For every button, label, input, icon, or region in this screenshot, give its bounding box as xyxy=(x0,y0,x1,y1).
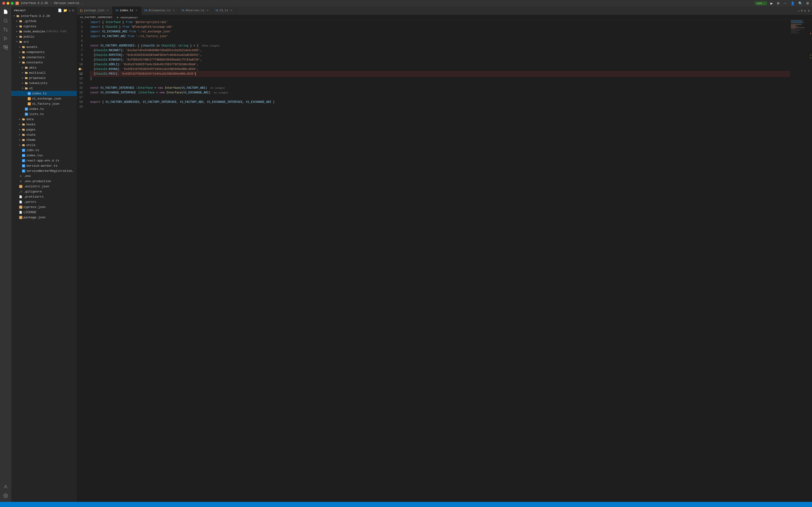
tree-chevron-interface-root[interactable]: ▾ xyxy=(12,14,16,18)
activity-accounts[interactable] xyxy=(1,483,10,491)
sidebar-new-folder-icon[interactable]: 📁 xyxy=(63,8,67,12)
sidebar-item-lists-ts[interactable]: ▸TSlists.ts xyxy=(11,111,77,117)
sidebar-item-assets[interactable]: ▸assets xyxy=(11,44,77,50)
activity-extensions[interactable] xyxy=(1,43,10,52)
code-editor[interactable]: import { Interface } from '@ethersprojec… xyxy=(88,20,790,502)
sidebar-item-license[interactable]: ▸📄LICENSE xyxy=(11,210,77,215)
sidebar-item-constants-index-ts[interactable]: ▸TSindex.ts xyxy=(11,106,77,111)
token: : xyxy=(136,91,139,95)
tree-chevron-connectors[interactable]: ▸ xyxy=(18,55,21,59)
sidebar-item-i18n[interactable]: ▸TSi18n.ts xyxy=(11,148,77,153)
tree-chevron-node_modules[interactable]: ▸ xyxy=(15,30,19,33)
search-button[interactable]: 🔍 xyxy=(798,1,803,6)
tree-chevron-src[interactable]: ▾ xyxy=(15,40,19,44)
sidebar-item-env-prod[interactable]: ▸⚙.env.production xyxy=(11,179,77,184)
sidebar-item-service-worker-reg[interactable]: ▸TSserviceWorkerRegistration.ts xyxy=(11,168,77,173)
tree-chevron-data[interactable]: ▸ xyxy=(18,117,21,121)
tree-chevron-theme[interactable]: ▸ xyxy=(18,138,21,142)
sidebar-item-cypress-json[interactable]: ▸{}cypress.json xyxy=(11,205,77,210)
version-control[interactable]: Version control xyxy=(54,2,80,5)
sidebar-item-node_modules[interactable]: ▸node_moduleslibrary root xyxy=(11,29,77,34)
more-button[interactable]: ⋯ xyxy=(783,1,787,6)
tree-chevron-tokenLists[interactable]: ▸ xyxy=(21,81,24,85)
activity-run[interactable] xyxy=(1,34,10,43)
sidebar-item-src[interactable]: ▾src xyxy=(11,39,77,44)
tree-chevron-v1[interactable]: ▾ xyxy=(21,87,24,90)
sidebar-item-proposals[interactable]: ▸proposals xyxy=(11,75,77,80)
sidebar-item-abis[interactable]: ▸abis xyxy=(11,65,77,70)
activity-source-control[interactable] xyxy=(1,25,10,34)
sidebar-item-data[interactable]: ▸data xyxy=(11,117,77,122)
tree-chevron-abis[interactable]: ▸ xyxy=(21,66,24,69)
play-button[interactable]: ▶ xyxy=(770,1,773,6)
tree-chevron-state[interactable]: ▸ xyxy=(18,133,21,136)
sidebar-item-cypress[interactable]: ▸cypress xyxy=(11,24,77,29)
minimize-button[interactable] xyxy=(7,2,9,5)
breadcrumb-anon[interactable]: ⊙ <anonymous> xyxy=(117,16,138,19)
tree-chevron-cypress[interactable]: ▸ xyxy=(15,24,19,28)
sidebar-item-v1_exchange[interactable]: ▸{}v1_exchange.json xyxy=(11,96,77,101)
close-button[interactable] xyxy=(2,2,5,5)
tree-chevron-utils[interactable]: ▸ xyxy=(18,143,21,147)
run-button[interactable]: start ⌄ xyxy=(755,1,767,5)
tab-close-v1-ts-tab[interactable]: × xyxy=(230,9,233,12)
account-button[interactable]: 👤 xyxy=(790,1,795,6)
sidebar-item-theme[interactable]: ▸theme xyxy=(11,137,77,143)
sidebar-refresh-icon[interactable]: ↻ xyxy=(68,8,70,12)
debug-button[interactable]: ⚙ xyxy=(776,1,780,6)
sidebar-item-tokenLists[interactable]: ▸tokenLists xyxy=(11,80,77,86)
tree-chevron-assets[interactable]: ▸ xyxy=(18,45,21,49)
sidebar-item-components[interactable]: ▸components xyxy=(11,50,77,55)
tab-package-json-tab[interactable]: {} package.json × xyxy=(77,7,112,15)
tree-chevron-pages[interactable]: ▸ xyxy=(18,128,21,131)
tree-chevron-github[interactable]: ▸ xyxy=(15,19,19,23)
tree-chevron-constants[interactable]: ▾ xyxy=(18,61,21,64)
tab-close-package-json-tab[interactable]: × xyxy=(106,9,109,12)
sidebar-item-multicall[interactable]: ▸multicall xyxy=(11,70,77,75)
tree-chevron-components[interactable]: ▸ xyxy=(18,50,21,54)
sidebar-item-eslintrc[interactable]: ▸{}.eslintrc.json xyxy=(11,184,77,189)
tab-close-index-ts-tab[interactable]: × xyxy=(135,9,138,12)
sidebar-item-package-json[interactable]: ▸{}package.json xyxy=(11,215,77,220)
sidebar-item-react-app-env[interactable]: ▸TSreact-app-env.d.ts xyxy=(11,158,77,163)
sidebar-item-env[interactable]: ▸⚙.env xyxy=(11,173,77,179)
sidebar-item-state[interactable]: ▸state xyxy=(11,132,77,137)
tree-chevron-public[interactable]: ▸ xyxy=(15,35,19,39)
sidebar-item-public[interactable]: ▸public xyxy=(11,34,77,39)
sidebar-item-connectors[interactable]: ▸connectors xyxy=(11,55,77,60)
tab-close-reserves-ts-tab[interactable]: × xyxy=(206,9,210,12)
sidebar-collapse-icon[interactable]: ⊟ xyxy=(72,8,74,12)
sidebar-item-service-worker[interactable]: ▸TSservice-worker.ts xyxy=(11,163,77,168)
tab-close-allowances-ts-tab[interactable]: × xyxy=(172,9,176,12)
tab-up-button[interactable]: ∧ xyxy=(804,9,806,13)
breadcrumb-factory[interactable]: V1_FACTORY_ADDRESSES xyxy=(80,16,112,19)
sidebar-item-pages[interactable]: ▸pages xyxy=(11,127,77,132)
sidebar-new-file-icon[interactable]: 📄 xyxy=(58,8,62,12)
scrollbar[interactable] xyxy=(809,20,812,502)
tab-v1-ts-tab[interactable]: TS V1.ts × xyxy=(213,7,236,15)
settings-button[interactable]: ⚙ xyxy=(806,1,810,6)
sidebar-item-gitignore[interactable]: ▸⎇.gitignore xyxy=(11,189,77,194)
sidebar-item-v1[interactable]: ▾v1 xyxy=(11,86,77,91)
sidebar-item-github[interactable]: ▸.github xyxy=(11,18,77,24)
sidebar-item-interface-root[interactable]: ▾interface-3.2.20 xyxy=(11,13,77,18)
maximize-button[interactable] xyxy=(11,2,14,5)
sidebar-item-yarnrc[interactable]: ▸📄.yarnrc xyxy=(11,199,77,205)
sidebar-item-v1_factory[interactable]: ▸{}v1_factory.json xyxy=(11,101,77,106)
sidebar-item-utils[interactable]: ▸utils xyxy=(11,143,77,148)
tab-down-button[interactable]: ∨ xyxy=(807,9,810,13)
sidebar-item-index-tsx[interactable]: ▸TSXindex.tsx xyxy=(11,153,77,158)
sidebar-item-hooks[interactable]: ▸hooks xyxy=(11,122,77,127)
tab-allowances-ts-tab[interactable]: TS Allowances.ts × xyxy=(142,7,179,15)
activity-search[interactable] xyxy=(1,16,10,25)
sidebar-item-constants[interactable]: ▾constants xyxy=(11,60,77,65)
tree-chevron-multicall[interactable]: ▸ xyxy=(21,71,24,75)
sidebar-item-index-ts-v1[interactable]: ▸TSindex.ts xyxy=(11,91,77,96)
tab-index-ts-tab[interactable]: TS index.ts × xyxy=(112,7,142,15)
tree-chevron-proposals[interactable]: ▸ xyxy=(21,76,24,80)
activity-settings[interactable] xyxy=(1,492,10,500)
sidebar-item-prettierrc[interactable]: ▸📄.prettierrc xyxy=(11,194,77,199)
tab-reserves-ts-tab[interactable]: TS Reserves.ts × xyxy=(179,7,213,15)
activity-files[interactable] xyxy=(1,7,10,16)
tree-chevron-hooks[interactable]: ▸ xyxy=(18,122,21,126)
